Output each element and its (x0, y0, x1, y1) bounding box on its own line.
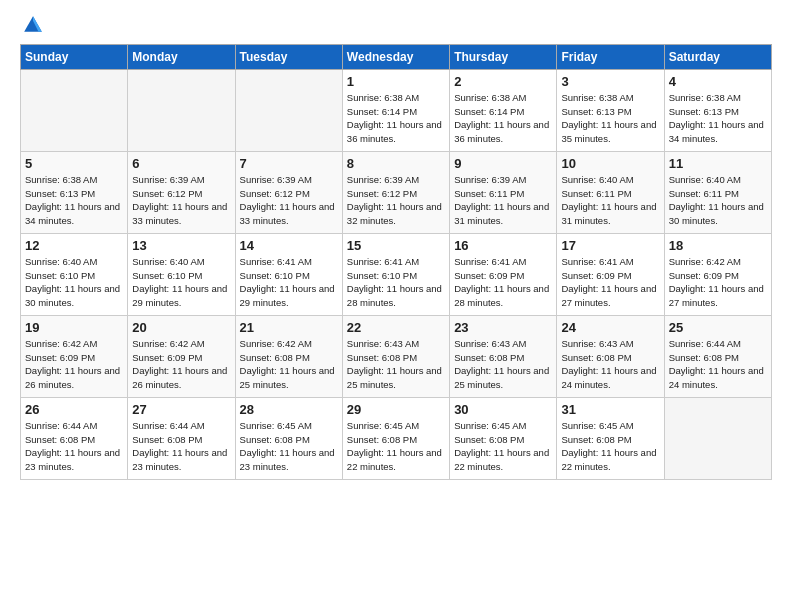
day-info: Sunrise: 6:43 AMSunset: 6:08 PMDaylight:… (561, 337, 659, 392)
weekday-header-tuesday: Tuesday (235, 44, 342, 69)
calendar-cell: 24Sunrise: 6:43 AMSunset: 6:08 PMDayligh… (557, 315, 664, 397)
sunrise-label: Sunrise: 6:45 AM (561, 420, 633, 431)
sunset-label: Sunset: 6:11 PM (561, 188, 631, 199)
calendar-cell: 4Sunrise: 6:38 AMSunset: 6:13 PMDaylight… (664, 69, 771, 151)
day-info: Sunrise: 6:39 AMSunset: 6:11 PMDaylight:… (454, 173, 552, 228)
sunset-label: Sunset: 6:13 PM (25, 188, 95, 199)
daylight-label: Daylight: 11 hours and 34 minutes. (669, 119, 764, 144)
day-info: Sunrise: 6:38 AMSunset: 6:14 PMDaylight:… (347, 91, 445, 146)
day-number: 28 (240, 402, 338, 417)
weekday-header-sunday: Sunday (21, 44, 128, 69)
sunrise-label: Sunrise: 6:39 AM (240, 174, 312, 185)
weekday-header-saturday: Saturday (664, 44, 771, 69)
sunset-label: Sunset: 6:09 PM (669, 270, 739, 281)
calendar-cell: 31Sunrise: 6:45 AMSunset: 6:08 PMDayligh… (557, 397, 664, 479)
day-info: Sunrise: 6:39 AMSunset: 6:12 PMDaylight:… (240, 173, 338, 228)
sunrise-label: Sunrise: 6:42 AM (132, 338, 204, 349)
day-number: 6 (132, 156, 230, 171)
day-info: Sunrise: 6:40 AMSunset: 6:11 PMDaylight:… (561, 173, 659, 228)
sunrise-label: Sunrise: 6:40 AM (25, 256, 97, 267)
daylight-label: Daylight: 11 hours and 22 minutes. (454, 447, 549, 472)
sunset-label: Sunset: 6:08 PM (669, 352, 739, 363)
calendar-cell: 7Sunrise: 6:39 AMSunset: 6:12 PMDaylight… (235, 151, 342, 233)
sunset-label: Sunset: 6:11 PM (669, 188, 739, 199)
weekday-header-row: SundayMondayTuesdayWednesdayThursdayFrid… (21, 44, 772, 69)
sunrise-label: Sunrise: 6:41 AM (347, 256, 419, 267)
calendar-cell: 29Sunrise: 6:45 AMSunset: 6:08 PMDayligh… (342, 397, 449, 479)
daylight-label: Daylight: 11 hours and 29 minutes. (132, 283, 227, 308)
week-row-4: 19Sunrise: 6:42 AMSunset: 6:09 PMDayligh… (21, 315, 772, 397)
sunset-label: Sunset: 6:10 PM (25, 270, 95, 281)
sunset-label: Sunset: 6:09 PM (454, 270, 524, 281)
day-number: 13 (132, 238, 230, 253)
day-number: 21 (240, 320, 338, 335)
calendar-cell: 22Sunrise: 6:43 AMSunset: 6:08 PMDayligh… (342, 315, 449, 397)
day-info: Sunrise: 6:44 AMSunset: 6:08 PMDaylight:… (25, 419, 123, 474)
page: SundayMondayTuesdayWednesdayThursdayFrid… (0, 0, 792, 490)
weekday-header-wednesday: Wednesday (342, 44, 449, 69)
calendar-cell (235, 69, 342, 151)
daylight-label: Daylight: 11 hours and 27 minutes. (561, 283, 656, 308)
sunset-label: Sunset: 6:08 PM (347, 352, 417, 363)
day-info: Sunrise: 6:44 AMSunset: 6:08 PMDaylight:… (132, 419, 230, 474)
day-number: 16 (454, 238, 552, 253)
calendar-cell: 26Sunrise: 6:44 AMSunset: 6:08 PMDayligh… (21, 397, 128, 479)
daylight-label: Daylight: 11 hours and 26 minutes. (25, 365, 120, 390)
sunrise-label: Sunrise: 6:39 AM (347, 174, 419, 185)
header (20, 16, 772, 36)
daylight-label: Daylight: 11 hours and 28 minutes. (347, 283, 442, 308)
daylight-label: Daylight: 11 hours and 22 minutes. (561, 447, 656, 472)
sunset-label: Sunset: 6:09 PM (25, 352, 95, 363)
calendar-cell: 14Sunrise: 6:41 AMSunset: 6:10 PMDayligh… (235, 233, 342, 315)
daylight-label: Daylight: 11 hours and 28 minutes. (454, 283, 549, 308)
sunrise-label: Sunrise: 6:42 AM (669, 256, 741, 267)
day-info: Sunrise: 6:38 AMSunset: 6:13 PMDaylight:… (561, 91, 659, 146)
calendar-cell: 19Sunrise: 6:42 AMSunset: 6:09 PMDayligh… (21, 315, 128, 397)
daylight-label: Daylight: 11 hours and 34 minutes. (25, 201, 120, 226)
calendar-cell: 10Sunrise: 6:40 AMSunset: 6:11 PMDayligh… (557, 151, 664, 233)
sunrise-label: Sunrise: 6:44 AM (669, 338, 741, 349)
day-info: Sunrise: 6:41 AMSunset: 6:09 PMDaylight:… (561, 255, 659, 310)
weekday-header-monday: Monday (128, 44, 235, 69)
daylight-label: Daylight: 11 hours and 35 minutes. (561, 119, 656, 144)
sunrise-label: Sunrise: 6:38 AM (25, 174, 97, 185)
calendar-cell: 27Sunrise: 6:44 AMSunset: 6:08 PMDayligh… (128, 397, 235, 479)
calendar-cell: 20Sunrise: 6:42 AMSunset: 6:09 PMDayligh… (128, 315, 235, 397)
day-info: Sunrise: 6:41 AMSunset: 6:10 PMDaylight:… (240, 255, 338, 310)
day-info: Sunrise: 6:44 AMSunset: 6:08 PMDaylight:… (669, 337, 767, 392)
sunrise-label: Sunrise: 6:38 AM (561, 92, 633, 103)
daylight-label: Daylight: 11 hours and 26 minutes. (132, 365, 227, 390)
calendar-cell (664, 397, 771, 479)
day-number: 25 (669, 320, 767, 335)
day-number: 1 (347, 74, 445, 89)
day-number: 2 (454, 74, 552, 89)
sunset-label: Sunset: 6:08 PM (25, 434, 95, 445)
calendar-cell: 9Sunrise: 6:39 AMSunset: 6:11 PMDaylight… (450, 151, 557, 233)
calendar: SundayMondayTuesdayWednesdayThursdayFrid… (20, 44, 772, 480)
daylight-label: Daylight: 11 hours and 27 minutes. (669, 283, 764, 308)
sunrise-label: Sunrise: 6:44 AM (25, 420, 97, 431)
day-number: 17 (561, 238, 659, 253)
day-number: 22 (347, 320, 445, 335)
sunset-label: Sunset: 6:12 PM (132, 188, 202, 199)
sunrise-label: Sunrise: 6:40 AM (669, 174, 741, 185)
daylight-label: Daylight: 11 hours and 29 minutes. (240, 283, 335, 308)
sunset-label: Sunset: 6:09 PM (561, 270, 631, 281)
sunrise-label: Sunrise: 6:42 AM (25, 338, 97, 349)
day-number: 29 (347, 402, 445, 417)
day-number: 8 (347, 156, 445, 171)
calendar-cell: 11Sunrise: 6:40 AMSunset: 6:11 PMDayligh… (664, 151, 771, 233)
calendar-cell: 3Sunrise: 6:38 AMSunset: 6:13 PMDaylight… (557, 69, 664, 151)
day-info: Sunrise: 6:42 AMSunset: 6:09 PMDaylight:… (669, 255, 767, 310)
daylight-label: Daylight: 11 hours and 32 minutes. (347, 201, 442, 226)
week-row-5: 26Sunrise: 6:44 AMSunset: 6:08 PMDayligh… (21, 397, 772, 479)
calendar-cell (128, 69, 235, 151)
daylight-label: Daylight: 11 hours and 24 minutes. (561, 365, 656, 390)
sunrise-label: Sunrise: 6:41 AM (561, 256, 633, 267)
calendar-cell: 23Sunrise: 6:43 AMSunset: 6:08 PMDayligh… (450, 315, 557, 397)
day-info: Sunrise: 6:38 AMSunset: 6:14 PMDaylight:… (454, 91, 552, 146)
week-row-2: 5Sunrise: 6:38 AMSunset: 6:13 PMDaylight… (21, 151, 772, 233)
calendar-cell: 30Sunrise: 6:45 AMSunset: 6:08 PMDayligh… (450, 397, 557, 479)
day-info: Sunrise: 6:40 AMSunset: 6:10 PMDaylight:… (132, 255, 230, 310)
daylight-label: Daylight: 11 hours and 36 minutes. (454, 119, 549, 144)
